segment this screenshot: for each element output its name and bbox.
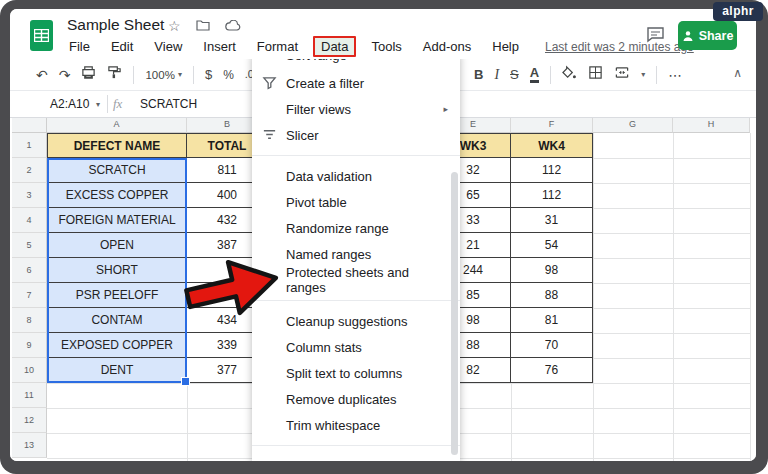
table-cell[interactable]: DEFECT NAME	[47, 133, 187, 158]
menu-item-cleanup-suggestions[interactable]: Cleanup suggestions	[252, 308, 460, 334]
column-header-g[interactable]: G	[593, 116, 673, 133]
menu-scrollbar[interactable]	[451, 172, 458, 455]
menu-item-trim-whitespace[interactable]: Trim whitespace	[252, 412, 460, 438]
table-cell[interactable]: SHORT	[47, 258, 187, 283]
name-box[interactable]: A2:A10	[50, 97, 89, 111]
table-cell[interactable]: DENT	[47, 358, 187, 383]
table-cell[interactable]: 54	[511, 233, 593, 258]
chevron-down-icon[interactable]: ▾	[96, 100, 100, 109]
fill-color-icon[interactable]	[562, 65, 577, 84]
more-options-icon[interactable]: ⋯	[668, 67, 683, 83]
row-header-1[interactable]: 1	[12, 133, 47, 158]
menu-view[interactable]: View	[151, 38, 185, 55]
row-header-5[interactable]: 5	[12, 233, 47, 258]
comment-icon[interactable]	[646, 26, 665, 43]
row-header-6[interactable]: 6	[12, 258, 47, 283]
menu-item-create-a-filter[interactable]: Create a filter	[252, 70, 460, 96]
person-icon	[682, 30, 694, 42]
menu-divider	[252, 155, 460, 156]
menu-item-remove-duplicates[interactable]: Remove duplicates	[252, 386, 460, 412]
document-title[interactable]: Sample Sheet	[67, 16, 164, 34]
table-cell[interactable]: 70	[511, 333, 593, 358]
row-header-10[interactable]: 10	[12, 358, 47, 383]
select-all-corner[interactable]	[12, 116, 47, 133]
merge-cells-icon[interactable]	[614, 65, 630, 84]
table-cell[interactable]: 81	[511, 308, 593, 333]
menu-item-named-ranges[interactable]: Named ranges	[252, 241, 460, 267]
table-cell[interactable]: CONTAM	[47, 308, 187, 333]
menu-item-column-stats[interactable]: Column stats	[252, 334, 460, 360]
text-color-button[interactable]: A	[530, 66, 539, 83]
move-to-folder-icon[interactable]	[196, 18, 210, 34]
menu-format[interactable]: Format	[254, 38, 301, 55]
percent-format-button[interactable]: %	[223, 69, 234, 81]
table-cell[interactable]: EXCESS COPPER	[47, 183, 187, 208]
table-cell[interactable]: 112	[511, 158, 593, 183]
currency-format-button[interactable]: $	[205, 68, 212, 81]
filter-funnel-icon	[262, 75, 277, 93]
collapse-toolbar-icon[interactable]: ∧	[733, 66, 742, 80]
chevron-down-icon[interactable]: ▾	[641, 70, 645, 79]
column-header-a[interactable]: A	[47, 116, 187, 133]
menu-item-data-validation[interactable]: Data validation	[252, 163, 460, 189]
star-icon[interactable]: ☆	[168, 18, 181, 34]
row-header-7[interactable]: 7	[12, 283, 47, 308]
paint-format-icon[interactable]	[107, 65, 122, 84]
strikethrough-button[interactable]: S	[510, 67, 519, 82]
menu-addons[interactable]: Add-ons	[420, 38, 474, 55]
sheets-logo-icon[interactable]	[30, 20, 53, 51]
row-header-8[interactable]: 8	[12, 308, 47, 333]
menu-insert[interactable]: Insert	[200, 38, 239, 55]
row-header-2[interactable]: 2	[12, 158, 47, 183]
row-header-12[interactable]: 12	[12, 408, 47, 433]
row-header-3[interactable]: 3	[12, 183, 47, 208]
table-cell[interactable]: EXPOSED COPPER	[47, 333, 187, 358]
formula-input[interactable]: SCRATCH	[140, 97, 197, 111]
table-cell[interactable]: 76	[511, 358, 593, 383]
app-window: A B C D E F G H 1 2 3 4 5 6 7 8 9 10 11 …	[10, 9, 756, 461]
column-header-h[interactable]: H	[673, 116, 750, 133]
share-button[interactable]: Share	[678, 21, 737, 50]
menu-edit[interactable]: Edit	[108, 38, 136, 55]
menu-item-protected-sheets-and-ranges[interactable]: Protected sheets and ranges	[252, 267, 460, 293]
row-header-11[interactable]: 11	[12, 383, 47, 408]
menu-item-randomize-range[interactable]: Randomize range	[252, 215, 460, 241]
row-header-13[interactable]: 13	[12, 433, 47, 458]
undo-icon[interactable]: ↶	[36, 68, 48, 82]
document-status-cloud-icon[interactable]	[225, 18, 241, 34]
table-cell[interactable]: 112	[511, 183, 593, 208]
borders-icon[interactable]	[588, 65, 603, 84]
row-header-4[interactable]: 4	[12, 208, 47, 233]
menu-divider	[252, 300, 460, 301]
menu-file[interactable]: File	[66, 38, 93, 55]
fx-icon: fx	[113, 96, 122, 112]
table-cell[interactable]: WK4	[511, 133, 593, 158]
table-cell[interactable]: SCRATCH	[47, 158, 187, 183]
table-cell[interactable]: FOREIGN MATERIAL	[47, 208, 187, 233]
menu-item-split-text-to-columns[interactable]: Split text to columns	[252, 360, 460, 386]
menu-item-slicer[interactable]: Slicer	[252, 122, 460, 148]
zoom-select[interactable]: 100%▾	[145, 69, 181, 81]
screenshot-root: alphr A	[0, 0, 768, 474]
table-cell[interactable]: OPEN	[47, 233, 187, 258]
menu-item-filter-views[interactable]: Filter views ▸	[252, 96, 460, 122]
table-cell[interactable]: 31	[511, 208, 593, 233]
menu-tools[interactable]: Tools	[368, 38, 404, 55]
menu-data[interactable]: Data	[313, 36, 356, 57]
italic-button[interactable]: I	[494, 67, 499, 83]
divider	[133, 66, 134, 84]
redo-icon[interactable]: ↷	[59, 68, 71, 82]
menu-help[interactable]: Help	[489, 38, 522, 55]
table-cell[interactable]: 98	[511, 258, 593, 283]
bold-button[interactable]: B	[474, 67, 483, 82]
last-edit-link[interactable]: Last edit was 2 minutes ago	[545, 40, 694, 54]
table-cell[interactable]: PSR PEELOFF	[47, 283, 187, 308]
fill-handle[interactable]	[181, 377, 190, 386]
print-icon[interactable]	[81, 65, 96, 84]
column-header-f[interactable]: F	[511, 116, 593, 133]
row-header-9[interactable]: 9	[12, 333, 47, 358]
menu-item-pivot-table[interactable]: Pivot table	[252, 189, 460, 215]
watermark-badge: alphr	[713, 2, 763, 21]
table-cell[interactable]: 88	[511, 283, 593, 308]
menu-item-group[interactable]: Group Alt+Shift+→	[252, 453, 460, 461]
